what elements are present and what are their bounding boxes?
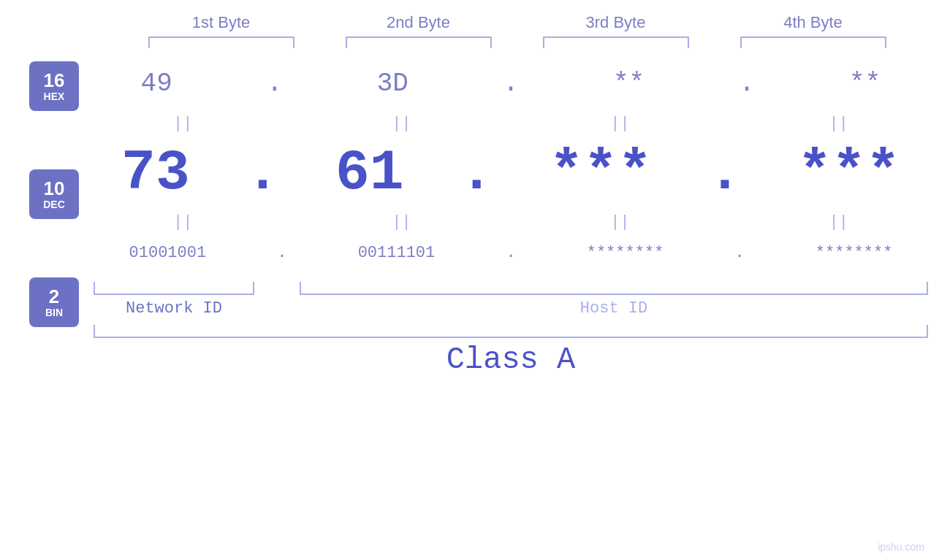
- bin-dot-3: .: [734, 244, 744, 262]
- byte-headers: 1st Byte 2nd Byte 3rd Byte 4th Byte: [123, 13, 912, 32]
- badges-column: 16 HEX 10 DEC 2 BIN: [29, 61, 79, 327]
- hex-val-3: **: [613, 69, 645, 99]
- bracket-top-2: [346, 37, 492, 48]
- bracket-top-4: [740, 37, 886, 48]
- dec-values-row: 73 . 61 . *** . ***: [94, 134, 928, 211]
- content-area: 16 HEX 10 DEC 2 BIN 49 . 3D . ** . **: [0, 54, 939, 377]
- bottom-brackets-section: Network ID Host ID: [94, 282, 928, 318]
- network-bracket: [94, 282, 254, 295]
- dec-val-4: ***: [797, 141, 900, 205]
- bin-badge-num: 2: [49, 286, 59, 307]
- bin-val-3: ********: [587, 244, 664, 262]
- hex-dot-2: .: [503, 69, 519, 99]
- class-section: Class A: [94, 325, 928, 377]
- byte-4-label: 4th Byte: [733, 13, 894, 32]
- hex-val-1: 49: [141, 69, 172, 99]
- bin-badge: 2 BIN: [29, 277, 79, 327]
- eq-7: ||: [540, 213, 701, 231]
- dec-dot-3: .: [707, 141, 742, 205]
- bracket-top-1: [148, 37, 294, 48]
- hex-badge: 16 HEX: [29, 61, 79, 111]
- byte-2-label: 2nd Byte: [338, 13, 499, 32]
- class-bracket: [94, 325, 928, 338]
- hex-val-2: 3D: [377, 69, 408, 99]
- eq-6: ||: [321, 213, 482, 231]
- main-container: 1st Byte 2nd Byte 3rd Byte 4th Byte 16 H…: [0, 0, 939, 560]
- host-bracket: [300, 282, 928, 295]
- bin-values-row: 01001001 . 00111101 . ******** . *******…: [94, 233, 928, 273]
- byte-3-label: 3rd Byte: [536, 13, 696, 32]
- eq-4: ||: [759, 115, 919, 133]
- bin-badge-label: BIN: [45, 307, 63, 318]
- bin-val-2: 00111101: [358, 244, 436, 262]
- network-id-label: Network ID: [94, 299, 254, 318]
- bracket-top-3: [543, 37, 689, 48]
- dec-val-3: ***: [550, 141, 652, 205]
- class-a-label: Class A: [94, 342, 928, 377]
- eq-row-2: || || || ||: [94, 211, 928, 233]
- hex-badge-num: 16: [44, 70, 65, 91]
- eq-2: ||: [321, 115, 482, 133]
- dec-dot-2: .: [460, 141, 494, 205]
- byte-1-label: 1st Byte: [141, 13, 302, 32]
- eq-1: ||: [102, 115, 263, 133]
- eq-3: ||: [540, 115, 701, 133]
- hex-dot-1: .: [267, 69, 283, 99]
- eq-row-1: || || || ||: [94, 112, 928, 134]
- eq-5: ||: [102, 213, 263, 231]
- top-brackets: [123, 37, 912, 48]
- hex-val-4: **: [849, 69, 881, 99]
- id-labels: Network ID Host ID: [94, 299, 928, 318]
- bottom-bracket-row: [94, 282, 928, 295]
- data-area: 49 . 3D . ** . ** || || || || 73: [94, 54, 928, 377]
- hex-dot-3: .: [739, 69, 755, 99]
- dec-badge-num: 10: [44, 178, 65, 199]
- dec-badge-label: DEC: [43, 199, 65, 210]
- eq-8: ||: [759, 213, 919, 231]
- bin-val-4: ********: [816, 244, 893, 262]
- bin-val-1: 01001001: [129, 244, 207, 262]
- hex-values-row: 49 . 3D . ** . **: [94, 54, 928, 112]
- dec-badge: 10 DEC: [29, 169, 79, 219]
- dec-dot-1: .: [246, 141, 280, 205]
- dec-val-1: 73: [121, 141, 190, 205]
- dec-val-2: 61: [335, 141, 404, 205]
- watermark: ipshu.com: [878, 541, 924, 553]
- bin-dot-2: .: [506, 244, 515, 262]
- bin-dot-1: .: [277, 244, 286, 262]
- host-id-label: Host ID: [300, 299, 928, 318]
- hex-badge-label: HEX: [44, 91, 65, 102]
